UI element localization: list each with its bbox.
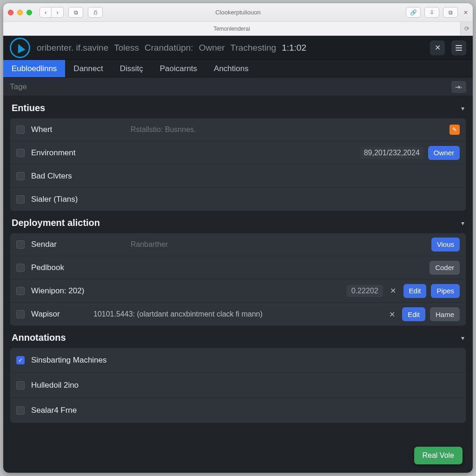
vious-button[interactable]: Vious — [431, 238, 460, 251]
window-minimize-traffic[interactable] — [17, 10, 23, 15]
item-label: Bad Clvters — [31, 172, 124, 181]
clear-button[interactable]: ✕ — [388, 286, 399, 295]
header-time: 1:1:02 — [282, 43, 306, 53]
checkbox[interactable] — [16, 240, 25, 249]
nav-forward-button[interactable]: › — [52, 7, 64, 18]
crumb-segment[interactable]: Owner — [199, 43, 225, 53]
item-label: Sinsbarting Machines — [31, 356, 460, 365]
list-item[interactable]: Sealar4 Frne — [10, 398, 466, 423]
section-header-annotations[interactable]: Annotations ▾ — [10, 330, 466, 344]
item-date: 89,201/232,2024 — [360, 147, 423, 159]
crumb-segment[interactable]: Toless — [114, 43, 139, 53]
section-header-deployment[interactable]: Deployment aliction ▾ — [10, 215, 466, 229]
window-zoom-traffic[interactable] — [26, 10, 32, 15]
list-item[interactable]: Hulledoil 2ino — [10, 373, 466, 398]
section-header-entities[interactable]: Entiues ▾ — [10, 100, 466, 114]
checkbox[interactable] — [16, 126, 25, 134]
download-button[interactable]: ⇩ — [424, 7, 439, 18]
tab-dissitc[interactable]: Dissitç — [112, 60, 152, 77]
crumb-segment[interactable]: Trachesting — [231, 43, 277, 53]
checkbox[interactable] — [16, 406, 25, 415]
item-label: Wapisor — [31, 310, 87, 319]
crumb-segment[interactable]: oribenter. if.savine — [37, 43, 108, 53]
list-item[interactable]: Pedlbook Coder — [10, 256, 466, 279]
checkbox[interactable] — [16, 172, 25, 180]
crumb-segment[interactable]: Crandatüpn: — [145, 43, 193, 53]
entities-panel: Whert ✎ Environment 89,201/232,2024 Owne… — [10, 118, 466, 211]
item-number: 0.22202 — [347, 285, 383, 297]
browser-tab[interactable]: Temonlenderai — [3, 22, 461, 35]
window-controls — [8, 10, 32, 15]
item-label: Sialer (Tians) — [31, 195, 124, 204]
checkbox[interactable] — [16, 264, 25, 272]
coder-button[interactable]: Coder — [430, 261, 460, 275]
chevron-down-icon: ▾ — [461, 105, 464, 112]
browser-titlebar: ‹ › ⧉ ⎙ Clookerptuliouon 🔗 ⇩ ⧉ ✕ — [3, 3, 473, 22]
tab-paoicarnts[interactable]: Paoicarnts — [152, 60, 205, 77]
list-item[interactable]: Wienipon: 202) 0.22202 ✕ Edit Pipes — [10, 279, 466, 303]
chevron-down-icon: ▾ — [461, 219, 464, 227]
tab-dannect[interactable]: Dannect — [65, 60, 111, 77]
list-item[interactable]: Bad Clvters — [10, 165, 466, 188]
checkbox[interactable] — [16, 195, 25, 204]
copy-button[interactable]: ⧉ — [443, 7, 458, 18]
section-title: Deployment aliction — [12, 218, 100, 228]
item-label: Sendar — [31, 240, 124, 249]
list-item[interactable]: Sialer (Tians) — [10, 188, 466, 211]
item-label: Wienipon: 202) — [31, 286, 124, 296]
annotations-panel: ✓ Sinsbarting Machines Hulledoil 2ino Se… — [10, 348, 466, 423]
content-area: Entiues ▾ Whert ✎ Environment — [3, 96, 473, 473]
item-note: 10101.5443: (olartdant ancxbintment clac… — [93, 310, 380, 318]
app-tabs: Eubloedlinns Dannect Dissitç Paoicarnts … — [3, 60, 473, 78]
item-label: Hulledoil 2ino — [31, 381, 460, 390]
hame-button[interactable]: Hame — [430, 307, 460, 321]
app-logo[interactable] — [10, 38, 30, 58]
list-item[interactable]: Environment 89,201/232,2024 Owner — [10, 141, 466, 165]
section-title: Entiues — [12, 103, 45, 113]
print-button[interactable]: ⎙ — [88, 7, 103, 18]
checkbox[interactable] — [16, 310, 25, 318]
close-panel-button[interactable]: ✕ — [430, 40, 445, 55]
app-surface: oribenter. if.savine Toless Crandatüpn: … — [3, 36, 473, 473]
item-label: Pedlbook — [31, 263, 124, 272]
pipes-button[interactable]: Pipes — [431, 284, 460, 298]
list-item[interactable]: ✓ Sinsbarting Machines — [10, 348, 466, 373]
window-close-traffic[interactable] — [8, 10, 13, 15]
link-button[interactable]: 🔗 — [406, 7, 421, 18]
item-note-input[interactable] — [131, 126, 443, 134]
app-header: oribenter. if.savine Toless Crandatüpn: … — [3, 36, 473, 60]
sidebar-toggle-button[interactable]: ⧉ — [68, 7, 83, 18]
real-vole-button[interactable]: Real Vole — [414, 447, 463, 464]
edit-button[interactable]: Edit — [402, 307, 425, 321]
menu-button[interactable] — [451, 40, 466, 55]
tab-eubloedlinns[interactable]: Eubloedlinns — [3, 60, 65, 77]
browser-tabbar: Temonlenderai ⟳ — [3, 22, 473, 36]
checkbox[interactable] — [16, 287, 25, 295]
filter-bar: Tage ⇥· — [3, 78, 473, 96]
nav-back-button[interactable]: ‹ — [40, 7, 52, 18]
clear-button[interactable]: ✕ — [386, 310, 397, 319]
chevron-down-icon: ▾ — [461, 334, 464, 342]
list-item[interactable]: Sendar Vious — [10, 233, 466, 256]
item-label: Environment — [31, 148, 124, 158]
item-label: Sealar4 Frne — [31, 406, 460, 415]
checkbox[interactable]: ✓ — [16, 356, 25, 364]
item-label: Whert — [31, 125, 124, 134]
list-item[interactable]: Whert ✎ — [10, 118, 466, 141]
section-title: Annotations — [12, 332, 66, 343]
pin-filter-button[interactable]: ⇥· — [451, 81, 466, 93]
edit-button[interactable]: ✎ — [450, 125, 460, 135]
edit-button[interactable]: Edit — [403, 284, 427, 298]
checkbox[interactable] — [16, 381, 25, 390]
deployment-panel: Sendar Vious Pedlbook Coder Wien — [10, 233, 466, 326]
tab-anchtions[interactable]: Anchtions — [205, 60, 257, 77]
filter-input[interactable]: Tage — [10, 82, 451, 92]
list-item[interactable]: Wapisor 10101.5443: (olartdant ancxbintm… — [10, 303, 466, 326]
item-note-input[interactable] — [131, 240, 425, 249]
rocket-icon — [14, 42, 26, 53]
window-close-x[interactable]: ✕ — [463, 9, 468, 16]
owner-button[interactable]: Owner — [428, 146, 460, 160]
tab-refresh-button[interactable]: ⟳ — [461, 22, 473, 35]
hamburger-icon — [456, 45, 462, 51]
checkbox[interactable] — [16, 149, 25, 157]
